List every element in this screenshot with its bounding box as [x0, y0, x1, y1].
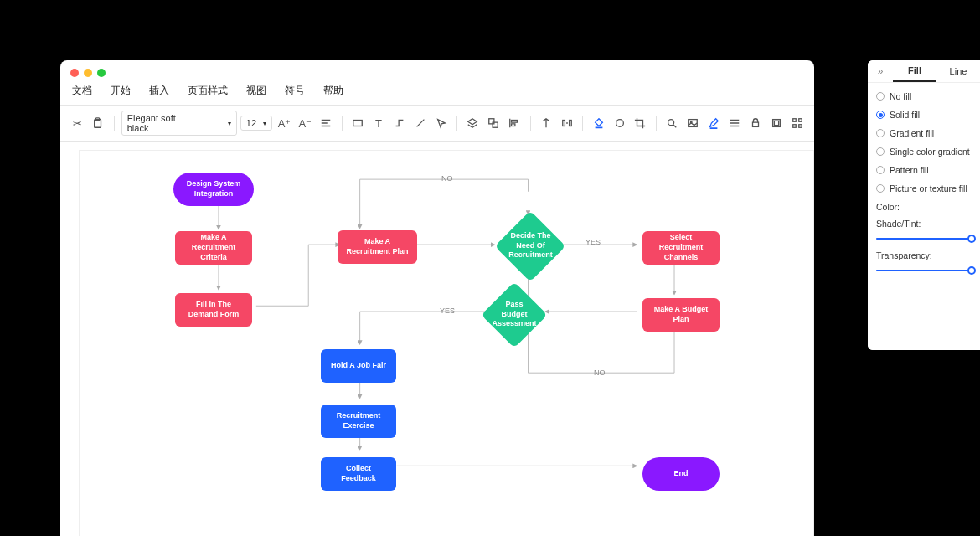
node-recruit-criteria[interactable]: Make A Recruitment Criteria — [175, 231, 252, 265]
menu-page-style[interactable]: 页面样式 — [188, 84, 228, 98]
svg-rect-10 — [512, 121, 518, 123]
svg-rect-8 — [493, 122, 498, 127]
font-family-value: Elegant soft black — [127, 113, 194, 133]
label-no-top: NO — [441, 174, 453, 183]
lock-icon[interactable] — [746, 114, 764, 132]
svg-rect-31 — [798, 125, 802, 128]
layers-icon[interactable] — [464, 114, 482, 132]
menu-view[interactable]: 视图 — [246, 84, 266, 98]
chevron-down-icon: ▾ — [263, 120, 266, 127]
align-objects-icon[interactable] — [506, 114, 524, 132]
node-collect-feedback[interactable]: Collect Feedback — [321, 457, 396, 491]
svg-line-6 — [416, 120, 424, 127]
search-icon[interactable] — [663, 114, 681, 132]
svg-rect-7 — [489, 119, 494, 124]
menu-symbol[interactable]: 符号 — [285, 84, 305, 98]
radio-solid-fill[interactable]: Solid fill — [876, 110, 972, 120]
group-icon[interactable] — [485, 114, 503, 132]
radio-gradient-fill[interactable]: Gradient fill — [876, 128, 972, 138]
menu-insert[interactable]: 插入 — [149, 84, 169, 98]
maximize-window-button[interactable] — [97, 69, 106, 77]
svg-rect-25 — [752, 122, 758, 126]
node-job-fair[interactable]: Hold A Job Fair — [321, 349, 396, 383]
menu-document[interactable]: 文档 — [72, 84, 92, 98]
svg-rect-5 — [353, 121, 363, 126]
label-color: Color: — [876, 202, 972, 212]
svg-point-17 — [668, 120, 674, 126]
image-icon[interactable] — [684, 114, 702, 132]
rectangle-shape-icon[interactable] — [349, 114, 367, 132]
radio-pattern-fill[interactable]: Pattern fill — [876, 165, 972, 175]
flip-icon[interactable] — [538, 114, 555, 132]
font-size-value: 12 — [246, 118, 256, 128]
align-icon[interactable] — [317, 114, 335, 132]
canvas[interactable]: Design System Integration Make A Recruit… — [60, 142, 814, 536]
node-demand-form[interactable]: Fill In The Demand Form — [175, 293, 252, 327]
svg-rect-28 — [792, 119, 796, 122]
slider-shade-tint[interactable] — [876, 234, 972, 244]
close-window-button[interactable] — [70, 69, 79, 77]
node-end[interactable]: End — [642, 457, 720, 491]
panel-header: » Fill Line — [868, 60, 980, 83]
radio-no-fill[interactable]: No fill — [876, 91, 972, 101]
node-recruit-exercise[interactable]: Recruitment Exercise — [321, 405, 396, 438]
node-pass-budget[interactable]: Pass Budget Assessment — [481, 281, 547, 348]
tab-fill[interactable]: Fill — [893, 60, 936, 82]
font-family-select[interactable]: Elegant soft black ▾ — [121, 111, 237, 136]
node-select-channels[interactable]: Select Recruitment Channels — [642, 231, 720, 265]
node-budget-plan[interactable]: Make A Budget Plan — [642, 298, 720, 332]
svg-rect-11 — [512, 124, 515, 126]
paste-icon[interactable] — [90, 114, 107, 132]
pen-icon[interactable] — [705, 114, 723, 132]
window-controls — [60, 60, 814, 82]
fill-color-icon[interactable] — [590, 114, 607, 132]
label-transparency: Transparency: — [876, 250, 972, 260]
svg-rect-27 — [774, 121, 778, 125]
shadow-icon[interactable] — [611, 114, 628, 132]
node-decide-need[interactable]: Decide The Need Of Recruitment — [495, 211, 566, 282]
label-no-bottom: NO — [594, 368, 606, 377]
tab-line[interactable]: Line — [936, 61, 980, 81]
label-yes-right: YES — [585, 238, 601, 246]
panel-collapse-button[interactable]: » — [868, 60, 893, 82]
text-tool-icon[interactable]: T — [370, 114, 388, 132]
svg-point-16 — [616, 120, 623, 127]
svg-rect-29 — [798, 119, 802, 122]
main-app-window: 文档 开始 插入 页面样式 视图 符号 帮助 ✂ Elegant soft bl… — [60, 60, 814, 536]
label-yes-left: YES — [440, 307, 455, 315]
menu-bar: 文档 开始 插入 页面样式 视图 符号 帮助 — [60, 82, 814, 105]
svg-rect-13 — [570, 121, 572, 126]
crop-icon[interactable] — [632, 114, 649, 132]
menu-start[interactable]: 开始 — [111, 84, 131, 98]
pointer-icon[interactable] — [432, 114, 450, 132]
node-recruit-plan[interactable]: Make A Recruitment Plan — [338, 230, 417, 264]
radio-single-gradient[interactable]: Single color gradient — [876, 147, 972, 157]
distribute-icon[interactable] — [558, 114, 575, 132]
font-size-select[interactable]: 12 ▾ — [240, 116, 272, 131]
increase-font-icon[interactable]: A⁺ — [276, 114, 293, 132]
chevron-down-icon: ▾ — [228, 120, 231, 127]
svg-rect-30 — [792, 125, 796, 128]
svg-rect-19 — [689, 120, 698, 127]
svg-line-18 — [673, 125, 677, 128]
label-shade-tint: Shade/Tint: — [876, 219, 972, 229]
toolbar: ✂ Elegant soft black ▾ 12 ▾ A⁺ A⁻ T — [60, 105, 814, 142]
connector-icon[interactable] — [390, 114, 408, 132]
node-design-system[interactable]: Design System Integration — [173, 173, 254, 206]
radio-picture-fill[interactable]: Picture or texture fill — [876, 183, 972, 193]
cut-icon[interactable]: ✂ — [69, 114, 86, 132]
canvas-page: Design System Integration Make A Recruit… — [79, 150, 814, 536]
panel-body: No fill Solid fill Gradient fill Single … — [868, 83, 980, 284]
minimize-window-button[interactable] — [84, 69, 92, 77]
style-icon[interactable] — [726, 114, 744, 132]
decrease-font-icon[interactable]: A⁻ — [297, 114, 314, 132]
line-tool-icon[interactable] — [411, 114, 429, 132]
frame-icon[interactable] — [767, 114, 785, 132]
properties-panel: » Fill Line No fill Solid fill Gradient … — [868, 60, 980, 350]
menu-help[interactable]: 帮助 — [323, 84, 343, 98]
svg-rect-12 — [563, 121, 565, 126]
slider-transparency[interactable] — [876, 265, 972, 276]
more-icon[interactable] — [788, 114, 806, 132]
